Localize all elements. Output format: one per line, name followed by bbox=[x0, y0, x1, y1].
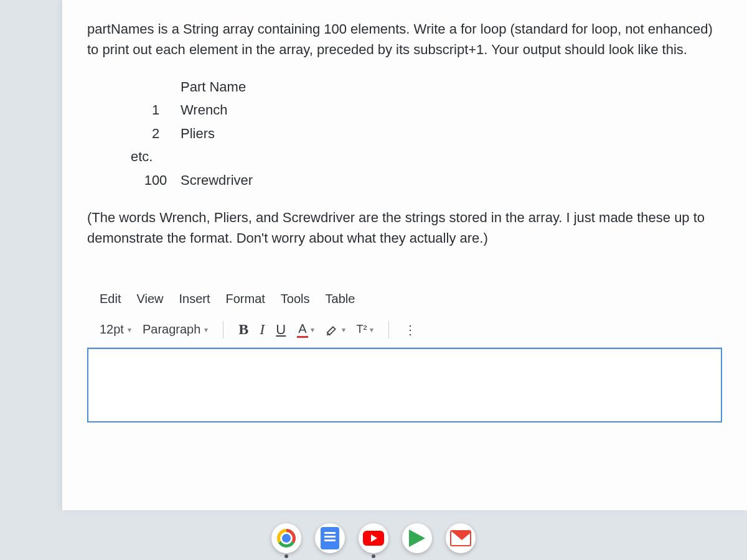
youtube-icon bbox=[363, 531, 384, 546]
editor-toolbar: 12pt ▾ Paragraph ▾ B I U A ▾ ▾ bbox=[87, 312, 722, 348]
highlighter-icon bbox=[326, 323, 339, 337]
text-color-button[interactable]: A ▾ bbox=[297, 322, 314, 338]
example-row: 2 Pliers bbox=[131, 122, 722, 145]
example-row-name: Wrench bbox=[181, 98, 722, 121]
example-row-num: 1 bbox=[131, 98, 181, 121]
highlight-button[interactable]: ▾ bbox=[326, 323, 345, 337]
block-style-label: Paragraph bbox=[143, 322, 200, 337]
chevron-down-icon: ▾ bbox=[311, 325, 314, 334]
block-style-select[interactable]: Paragraph ▾ bbox=[143, 322, 208, 337]
answer-textarea[interactable] bbox=[87, 348, 722, 422]
font-size-select[interactable]: 12pt ▾ bbox=[100, 322, 131, 337]
underline-button[interactable]: U bbox=[276, 322, 286, 338]
example-header: Part Name bbox=[131, 75, 722, 98]
superscript-label: T² bbox=[357, 323, 367, 336]
menu-tools[interactable]: Tools bbox=[281, 292, 310, 306]
running-indicator-icon bbox=[372, 554, 375, 558]
running-indicator-icon bbox=[284, 554, 288, 558]
toolbar-divider bbox=[388, 321, 389, 338]
example-header-num bbox=[131, 75, 181, 98]
example-output: Part Name 1 Wrench 2 Pliers etc. 100 Scr… bbox=[131, 75, 722, 192]
toolbar-divider bbox=[223, 321, 223, 338]
chevron-down-icon: ▾ bbox=[204, 325, 208, 334]
gmail-app-icon[interactable] bbox=[446, 523, 476, 553]
example-row: 1 Wrench bbox=[131, 98, 722, 121]
docs-app-icon[interactable] bbox=[315, 523, 345, 553]
etc-text: etc. bbox=[131, 145, 153, 168]
chevron-down-icon: ▾ bbox=[342, 325, 345, 334]
example-etc: etc. bbox=[131, 145, 722, 168]
gmail-icon bbox=[450, 530, 471, 546]
question-prompt: partNames is a String array containing 1… bbox=[87, 19, 722, 60]
example-row-num: 2 bbox=[131, 122, 181, 145]
youtube-app-icon[interactable] bbox=[359, 523, 388, 553]
chevron-down-icon: ▾ bbox=[128, 325, 131, 334]
play-icon bbox=[409, 530, 425, 547]
play-store-app-icon[interactable] bbox=[402, 523, 432, 553]
text-color-icon: A bbox=[297, 322, 308, 338]
menu-view[interactable]: View bbox=[136, 292, 163, 306]
menu-insert[interactable]: Insert bbox=[179, 292, 210, 306]
chevron-down-icon: ▾ bbox=[370, 325, 374, 334]
question-panel: partNames is a String array containing 1… bbox=[62, 0, 747, 510]
example-row-num: 100 bbox=[131, 169, 181, 192]
more-options-button[interactable]: ⋮ bbox=[404, 322, 418, 337]
chrome-app-icon[interactable] bbox=[271, 523, 301, 553]
font-size-label: 12pt bbox=[100, 322, 124, 337]
menu-edit[interactable]: Edit bbox=[100, 292, 121, 306]
editor-menubar: Edit View Insert Format Tools Table bbox=[87, 286, 722, 312]
document-icon bbox=[321, 527, 339, 549]
example-header-name: Part Name bbox=[181, 75, 722, 98]
chrome-icon bbox=[277, 529, 296, 548]
menu-format[interactable]: Format bbox=[226, 292, 265, 306]
rich-text-editor: Edit View Insert Format Tools Table 12pt… bbox=[87, 286, 722, 422]
bold-button[interactable]: B bbox=[238, 321, 248, 338]
example-row-name: Pliers bbox=[181, 122, 722, 145]
italic-button[interactable]: I bbox=[260, 321, 265, 338]
example-row-name: Screwdriver bbox=[181, 169, 722, 192]
menu-table[interactable]: Table bbox=[326, 292, 355, 306]
os-taskbar bbox=[0, 516, 747, 560]
question-note: (The words Wrench, Pliers, and Screwdriv… bbox=[87, 207, 722, 248]
superscript-button[interactable]: T² ▾ bbox=[357, 323, 374, 336]
example-row: 100 Screwdriver bbox=[131, 169, 722, 192]
